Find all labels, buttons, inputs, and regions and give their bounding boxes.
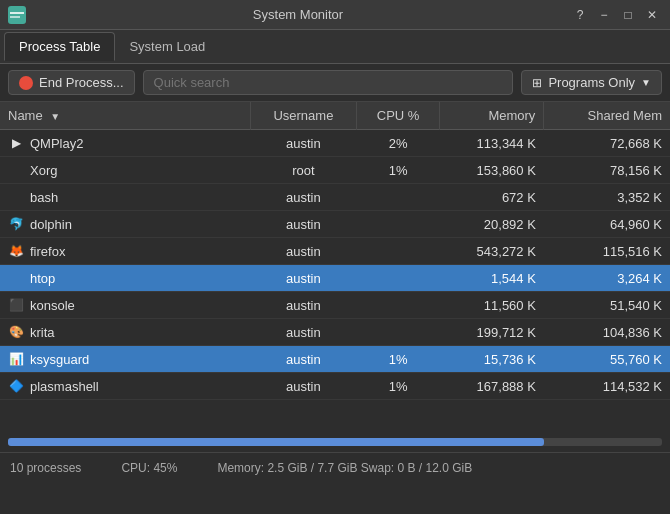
table-row[interactable]: ⬛konsoleaustin11,560 K51,540 K [0,292,670,319]
process-sharedmem: 3,264 K [544,265,670,292]
process-cpu: 1% [357,157,440,184]
toolbar: End Process... ⊞ Programs Only ▼ [0,64,670,102]
process-cpu [357,319,440,346]
process-cpu [357,265,440,292]
cpu-status: CPU: 45% [121,461,177,475]
process-memory: 1,544 K [439,265,543,292]
process-memory: 167,888 K [439,373,543,400]
process-username: austin [250,211,357,238]
process-table-container[interactable]: Name ▼ Username CPU % Memory Shared Mem … [0,102,670,432]
process-memory: 15,736 K [439,346,543,373]
process-name-label: htop [30,271,55,286]
process-username: root [250,157,357,184]
grid-icon: ⊞ [532,76,542,90]
process-name-label: Xorg [30,163,57,178]
process-sharedmem: 78,156 K [544,157,670,184]
process-icon: 📊 [8,351,24,367]
process-sharedmem: 114,532 K [544,373,670,400]
table-row[interactable]: 🎨kritaaustin199,712 K104,836 K [0,319,670,346]
col-memory[interactable]: Memory [439,102,543,130]
process-memory: 20,892 K [439,211,543,238]
process-username: austin [250,373,357,400]
process-memory: 199,712 K [439,319,543,346]
svg-rect-1 [10,12,24,14]
table-row[interactable]: Xorgroot1%153,860 K78,156 K [0,157,670,184]
window-controls: ? − □ ✕ [570,5,662,25]
minimize-button[interactable]: − [594,5,614,25]
table-row[interactable]: ▶QMPlay2austin2%113,344 K72,668 K [0,130,670,157]
process-cpu [357,292,440,319]
process-icon [8,270,24,286]
col-username[interactable]: Username [250,102,357,130]
progress-area [0,432,670,452]
process-sharedmem: 104,836 K [544,319,670,346]
process-memory: 672 K [439,184,543,211]
process-name-label: krita [30,325,55,340]
table-row[interactable]: 📊ksysguardaustin1%15,736 K55,760 K [0,346,670,373]
window-title: System Monitor [26,7,570,22]
statusbar: 10 processes CPU: 45% Memory: 2.5 GiB / … [0,452,670,482]
tab-system-load[interactable]: System Load [115,33,219,60]
maximize-button[interactable]: □ [618,5,638,25]
process-username: austin [250,238,357,265]
table-header-row: Name ▼ Username CPU % Memory Shared Mem [0,102,670,130]
process-username: austin [250,130,357,157]
process-username: austin [250,319,357,346]
col-sharedmem[interactable]: Shared Mem [544,102,670,130]
svg-rect-0 [8,6,26,24]
end-process-button[interactable]: End Process... [8,70,135,95]
process-sharedmem: 51,540 K [544,292,670,319]
titlebar: System Monitor ? − □ ✕ [0,0,670,30]
process-table: Name ▼ Username CPU % Memory Shared Mem … [0,102,670,400]
process-cpu: 1% [357,373,440,400]
process-icon [8,189,24,205]
process-username: austin [250,292,357,319]
tab-process-table[interactable]: Process Table [4,32,115,61]
progress-bar-fill [8,438,544,446]
process-list: ▶QMPlay2austin2%113,344 K72,668 KXorgroo… [0,130,670,400]
process-username: austin [250,265,357,292]
process-username: austin [250,346,357,373]
table-row[interactable]: bashaustin672 K3,352 K [0,184,670,211]
process-sharedmem: 115,516 K [544,238,670,265]
process-username: austin [250,184,357,211]
sort-arrow-icon: ▼ [50,111,60,122]
progress-bar-background [8,438,662,446]
process-icon: ▶ [8,135,24,151]
process-icon [8,162,24,178]
process-memory: 11,560 K [439,292,543,319]
tab-bar: Process Table System Load [0,30,670,64]
stop-icon [19,76,33,90]
process-icon: 🐬 [8,216,24,232]
process-icon: 🎨 [8,324,24,340]
app-icon [8,6,26,24]
process-count: 10 processes [10,461,81,475]
table-row[interactable]: htopaustin1,544 K3,264 K [0,265,670,292]
process-name-label: firefox [30,244,65,259]
col-name[interactable]: Name ▼ [0,102,250,130]
memory-status: Memory: 2.5 GiB / 7.7 GiB Swap: 0 B / 12… [217,461,472,475]
process-icon: 🔷 [8,378,24,394]
programs-only-button[interactable]: ⊞ Programs Only ▼ [521,70,662,95]
process-cpu: 2% [357,130,440,157]
process-sharedmem: 64,960 K [544,211,670,238]
process-sharedmem: 72,668 K [544,130,670,157]
table-row[interactable]: 🔷plasmashellaustin1%167,888 K114,532 K [0,373,670,400]
process-cpu [357,238,440,265]
table-row[interactable]: 🐬dolphinaustin20,892 K64,960 K [0,211,670,238]
close-button[interactable]: ✕ [642,5,662,25]
process-memory: 543,272 K [439,238,543,265]
help-button[interactable]: ? [570,5,590,25]
process-cpu: 1% [357,346,440,373]
col-cpu[interactable]: CPU % [357,102,440,130]
process-cpu [357,184,440,211]
process-memory: 153,860 K [439,157,543,184]
process-name-label: dolphin [30,217,72,232]
process-name-label: QMPlay2 [30,136,83,151]
process-icon: ⬛ [8,297,24,313]
process-memory: 113,344 K [439,130,543,157]
search-input[interactable] [143,70,514,95]
process-name-label: ksysguard [30,352,89,367]
table-row[interactable]: 🦊firefoxaustin543,272 K115,516 K [0,238,670,265]
dropdown-arrow-icon: ▼ [641,77,651,88]
